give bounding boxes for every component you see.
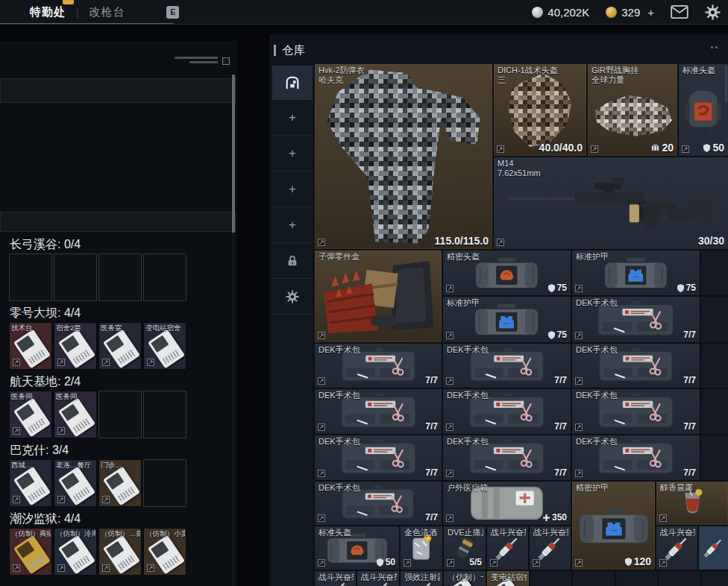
key-card-item[interactable]: 门诊… — [98, 459, 142, 507]
section-header: 长弓溪谷: 0/4 — [0, 236, 237, 252]
item-name: Hvk-2防弹衣哈夫克 — [318, 66, 490, 85]
item-tile[interactable]: 标准护甲75 — [571, 250, 700, 296]
item-value: 7/7 — [554, 421, 567, 432]
item-tile[interactable]: 战斗兴奋剂 — [314, 570, 357, 586]
shield-icon — [703, 144, 710, 152]
tab-special-ops[interactable]: 特勤处 — [19, 5, 76, 19]
rail-settings-button[interactable] — [272, 279, 313, 315]
item-tile[interactable]: 子弹零件盒 — [314, 250, 442, 343]
item-tile[interactable]: DEK手术包7/7 — [571, 388, 700, 435]
item-tile[interactable]: DEK手术包7/7 — [442, 388, 571, 435]
settings-button[interactable] — [705, 4, 721, 20]
shield-icon — [548, 331, 555, 339]
item-name: （仿制）典狱… — [11, 529, 51, 538]
map-key-sections: 长弓溪谷: 0/4零号大坝: 4/4技术台宿舍2层医务室变电站宿舍航天基地: 2… — [0, 236, 237, 579]
header-options-icon[interactable] — [711, 46, 718, 48]
item-name: DEK手术包 — [447, 437, 568, 447]
item-name: DEK手术包 — [318, 345, 439, 355]
key-card-item[interactable]: 宿舍2层 — [54, 322, 97, 370]
item-tile[interactable]: 战斗兴奋剂 — [656, 526, 698, 570]
mail-button[interactable] — [671, 5, 688, 19]
shield-icon — [703, 144, 710, 152]
tab-gunsmith[interactable]: 改枪台 — [78, 5, 135, 19]
item-name: 标准护甲 — [576, 252, 697, 262]
shield-icon — [625, 558, 632, 566]
key-card-item[interactable]: 医务室 — [98, 322, 142, 370]
item-value: 7/7 — [683, 375, 696, 385]
helmet-art — [681, 84, 725, 136]
empty-cell — [701, 570, 728, 586]
item-tile[interactable]: ?户外医疗箱350 — [442, 481, 571, 526]
rail-add-tab-button[interactable]: + — [272, 171, 313, 207]
inspect-icon — [57, 359, 65, 366]
left-scrollbar-thumb[interactable] — [232, 75, 235, 233]
item-name: 战斗兴奋剂 — [491, 528, 526, 538]
item-tile[interactable]: 精密头盔75 — [442, 250, 571, 296]
key-card-item[interactable]: 医务间 — [54, 391, 97, 438]
item-tile[interactable]: 标准护甲75 — [442, 296, 571, 343]
empty-cell — [700, 388, 728, 435]
checkbox[interactable] — [222, 57, 230, 65]
item-tile[interactable]: DEK手术包7/7 — [314, 388, 442, 435]
item-tile[interactable]: DEK手术包7/7 — [314, 435, 442, 481]
item-tile[interactable]: M147.62x51mm30/30 — [493, 157, 728, 250]
rail-add-tab-button[interactable]: + — [272, 136, 313, 171]
item-name: 户外医疗箱 — [447, 483, 568, 493]
item-tile[interactable]: DEK手术包7/7 — [442, 435, 571, 481]
item-tile[interactable]: DICH-1战术头盔三40.0/40.0 — [493, 63, 587, 157]
item-value: 20 — [651, 142, 674, 154]
key-slot-row: 技术台宿舍2层医务室变电站宿舍 — [9, 322, 237, 370]
rifle-art — [498, 171, 723, 234]
rail-tab-stash[interactable] — [272, 66, 313, 100]
item-tile[interactable]: DEK手术包7/7 — [571, 435, 700, 481]
item-tile[interactable]: 变电站宿舍 — [486, 570, 530, 586]
key-card-item[interactable]: （仿制）小卖… — [143, 528, 186, 576]
item-name: 技术台 — [11, 324, 51, 332]
key-card-item[interactable]: 医务间 — [9, 391, 52, 438]
notification-badge — [63, 0, 74, 4]
item-tile[interactable]: DEK手术包7/7 — [442, 343, 571, 388]
rail-add-tab-button[interactable]: + — [272, 207, 313, 243]
item-name: DEK手术包 — [318, 483, 439, 493]
item-tile[interactable]: DEK手术包7/7 — [314, 481, 442, 526]
panel-band — [0, 212, 236, 232]
inspect-icon — [575, 423, 583, 431]
item-tile[interactable]: 战斗兴奋剂 — [357, 570, 400, 586]
key-card-item[interactable]: 技术台 — [9, 322, 52, 370]
item-tile[interactable]: （仿制）一级… — [443, 570, 486, 586]
plus-icon: + — [289, 110, 296, 125]
item-tile[interactable]: 战斗兴奋剂 — [529, 526, 571, 570]
inspect-icon — [497, 239, 504, 246]
key-card-item[interactable]: （仿制）典狱… — [9, 528, 52, 576]
inspect-icon — [318, 514, 325, 522]
item-tile[interactable]: DEK手术包7/7 — [571, 296, 700, 343]
item-tile[interactable]: DEK手术包7/7 — [314, 343, 442, 388]
rail-add-tab-button[interactable]: + — [272, 100, 313, 136]
item-tile[interactable]: DVE止痛片5/5 — [443, 526, 486, 570]
key-card-item[interactable]: 西城… — [9, 459, 52, 507]
item-name: （仿制）冷库… — [56, 529, 95, 538]
item-tile[interactable]: Hvk-2防弹衣哈夫克115.0/115.0 — [314, 63, 493, 250]
item-tile[interactable]: GiR野战胸挂全球力量20 — [587, 63, 678, 157]
inspect-icon — [318, 423, 325, 431]
item-tile[interactable]: 醇香晨露 — [656, 481, 728, 526]
item-tile[interactable]: 强效注射器 — [400, 570, 443, 586]
warehouse-panel: 仓库 ++++ Hvk-2防弹衣哈夫克115.0/115.0DICH-1战术头盔… — [270, 34, 728, 586]
key-card-item[interactable]: 变电站宿舍 — [143, 322, 186, 370]
key-card-item[interactable]: （仿制）冷库… — [54, 528, 97, 576]
item-tile[interactable]: 金色清酒 — [400, 526, 443, 570]
item-tile[interactable]: 标准头盔50 — [314, 526, 400, 570]
empty-cell[interactable] — [698, 526, 728, 570]
item-tile[interactable]: 战斗兴奋剂 — [486, 526, 529, 570]
key-card-item[interactable]: 老洛…餐厅 — [54, 459, 97, 507]
plus-icon — [543, 514, 550, 521]
item-tile[interactable]: DEK手术包7/7 — [571, 343, 700, 388]
inspect-icon — [446, 423, 454, 431]
item-name: 精密护甲 — [576, 483, 653, 493]
inspect-icon — [659, 559, 667, 567]
item-name: 战斗兴奋剂 — [361, 573, 397, 582]
add-currency-button[interactable]: + — [647, 6, 654, 19]
item-tile[interactable]: 标准头盔50 — [678, 63, 728, 157]
item-tile[interactable]: 精密护甲120 — [571, 481, 656, 570]
key-card-item[interactable]: （仿制）…邵… — [98, 528, 142, 576]
